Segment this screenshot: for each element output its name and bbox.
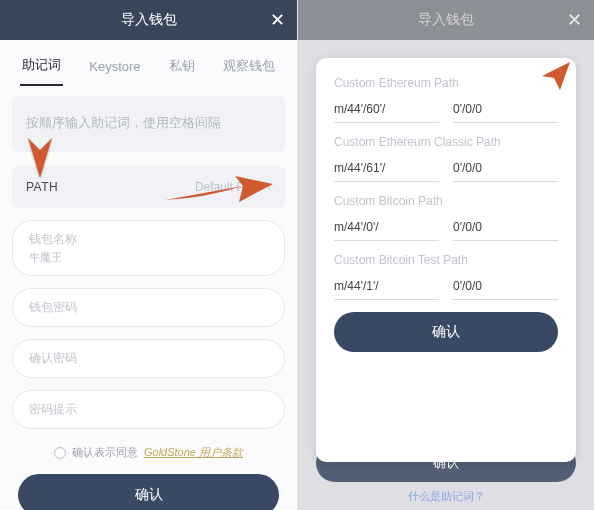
path-group-label: Custom Bitcoin Test Path [334, 253, 558, 267]
terms-row: 确认表示同意 GoldStone 用户条款 [12, 445, 285, 460]
path-prefix-input[interactable]: m/44'/61'/ [334, 157, 439, 182]
form-content: 按顺序输入助记词，使用空格间隔 PATH Default Path › 钱包名称… [0, 86, 297, 510]
path-group-bitcoin: Custom Bitcoin Path m/44'/0'/ 0'/0/0 [334, 194, 558, 241]
tab-keystore[interactable]: Keystore [87, 55, 142, 84]
path-group-ethereum: Custom Ethereum Path m/44'/60'/ 0'/0/0 [334, 76, 558, 123]
path-suffix-input[interactable]: 0'/0/0 [453, 98, 558, 123]
close-icon[interactable]: ✕ [567, 9, 582, 31]
mnemonic-placeholder: 按顺序输入助记词，使用空格间隔 [26, 114, 221, 132]
wallet-name-placeholder: 钱包名称 [29, 231, 268, 248]
wallet-name-field[interactable]: 钱包名称 牛魔王 [12, 220, 285, 276]
title-bar: 导入钱包 ✕ [298, 0, 594, 40]
tab-mnemonic[interactable]: 助记词 [20, 52, 63, 86]
title-bar: 导入钱包 ✕ [0, 0, 297, 40]
path-suffix-input[interactable]: 0'/0/0 [453, 216, 558, 241]
page-title: 导入钱包 [121, 11, 177, 29]
path-group-label: Custom Ethereum Path [334, 76, 558, 90]
path-prefix-input[interactable]: m/44'/1'/ [334, 275, 439, 300]
path-value: Default Path › [195, 180, 271, 194]
mnemonic-input[interactable]: 按顺序输入助记词，使用空格间隔 [12, 96, 285, 152]
tab-watch-only[interactable]: 观察钱包 [221, 53, 277, 85]
path-group-label: Custom Ethereum Classic Path [334, 135, 558, 149]
screen-import-wallet-path-modal: 导入钱包 ✕ 助记词 Keystore 私钥 观察钱包 确认 什么是助记词？ C… [297, 0, 594, 510]
terms-prefix: 确认表示同意 [72, 445, 138, 460]
tab-private-key[interactable]: 私钥 [167, 53, 197, 85]
path-suffix-input[interactable]: 0'/0/0 [453, 275, 558, 300]
path-prefix-input[interactable]: m/44'/60'/ [334, 98, 439, 123]
wallet-password-field[interactable]: 钱包密码 [12, 288, 285, 327]
import-method-tabs: 助记词 Keystore 私钥 观察钱包 [0, 40, 297, 86]
path-prefix-input[interactable]: m/44'/0'/ [334, 216, 439, 241]
screen-import-wallet: 导入钱包 ✕ 助记词 Keystore 私钥 观察钱包 按顺序输入助记词，使用空… [0, 0, 297, 510]
password-hint-field[interactable]: 密码提示 [12, 390, 285, 429]
confirm-password-field[interactable]: 确认密码 [12, 339, 285, 378]
derivation-path-button[interactable]: PATH Default Path › [12, 166, 285, 208]
background-help-link: 什么是助记词？ [298, 489, 594, 504]
path-group-bitcoin-test: Custom Bitcoin Test Path m/44'/1'/ 0'/0/… [334, 253, 558, 300]
path-group-ethereum-classic: Custom Ethereum Classic Path m/44'/61'/ … [334, 135, 558, 182]
terms-checkbox[interactable] [54, 447, 66, 459]
modal-confirm-button[interactable]: 确认 [334, 312, 558, 352]
confirm-button[interactable]: 确认 [18, 474, 279, 510]
terms-link[interactable]: GoldStone 用户条款 [144, 445, 243, 460]
wallet-name-value: 牛魔王 [29, 250, 268, 265]
close-icon[interactable]: ✕ [270, 9, 285, 31]
page-title: 导入钱包 [418, 11, 474, 29]
path-group-label: Custom Bitcoin Path [334, 194, 558, 208]
chevron-right-icon: › [267, 180, 271, 194]
path-suffix-input[interactable]: 0'/0/0 [453, 157, 558, 182]
path-label: PATH [26, 180, 58, 194]
custom-path-modal: Custom Ethereum Path m/44'/60'/ 0'/0/0 C… [316, 58, 576, 462]
